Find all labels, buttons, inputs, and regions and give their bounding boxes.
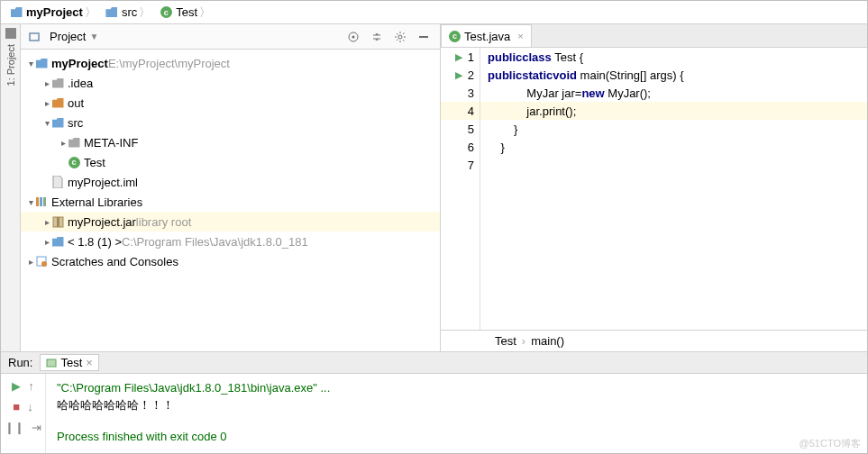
project-toolwindow-label[interactable]: 1: Project [4,42,18,87]
tree-row[interactable]: ▸< 1.8 (1) > C:\Program Files\Java\jdk1.… [21,232,440,251]
left-toolwindow-bar[interactable]: 1: Project [1,24,21,351]
svg-rect-9 [57,217,59,227]
breadcrumb-item[interactable]: myProject〉 [6,4,102,22]
code-line[interactable]: public class Test { [480,48,867,66]
gutter-line[interactable]: ▶1 [441,48,480,66]
gutter-line[interactable]: ▶2 [441,66,480,84]
tree-row[interactable]: ▸out [21,93,440,113]
code-line[interactable]: public static void main(String[] args) { [480,66,867,84]
project-panel-title[interactable]: Project▼ [50,30,98,43]
tree-row[interactable]: ▾myProject E:\myProject\myProject [21,53,440,73]
settings-gear-icon[interactable] [391,31,409,43]
editor-tabs: c Test.java × [441,24,867,48]
gutter-line[interactable]: 6 [441,138,480,156]
code-line[interactable]: } [480,138,867,156]
gutter-line[interactable]: 7 [441,156,480,174]
down-stack-icon[interactable]: ↓ [27,400,33,413]
tree-row[interactable]: ▾src [21,113,440,132]
run-panel: Run: Test × ▶ ↑ ■ ↓ ❙❙ ⇥ "C:\Program Fil… [1,351,867,453]
project-toolwindow-icon[interactable] [5,28,16,39]
breadcrumb-item[interactable]: src〉 [102,4,156,22]
project-panel: Project▼ ▾myProject E:\myProject\myProje… [21,24,441,351]
editor-code-area[interactable]: public class Test { public static void m… [480,48,867,330]
code-line[interactable]: MyJar jar=new MyJar(); [480,84,867,102]
run-config-tab[interactable]: Test × [40,354,98,371]
tree-row[interactable]: ▾External Libraries [21,192,440,212]
watermark-text: @51CTO博客 [799,437,861,450]
run-config-icon [46,358,57,368]
run-panel-header: Run: Test × [1,352,867,374]
console-line: Process finished with exit code 0 [57,430,856,446]
run-toolbar: ▶ ↑ ■ ↓ ❙❙ ⇥ [1,374,46,453]
navigation-breadcrumb: myProject〉src〉cTest〉 [1,1,867,24]
project-scope-icon [28,31,41,43]
svg-point-2 [352,35,355,38]
gutter-line[interactable]: 5 [441,120,480,138]
svg-rect-7 [43,197,46,206]
svg-point-11 [41,261,47,267]
soft-wrap-icon[interactable]: ⇥ [32,421,41,434]
tree-row[interactable]: myProject.iml [21,172,440,192]
console-line: 哈哈哈哈哈哈哈！！！ [57,397,856,413]
editor-body[interactable]: ▶1▶234567 public class Test { public sta… [441,48,867,330]
project-panel-header: Project▼ [21,24,440,50]
run-output[interactable]: "C:\Program Files\Java\jdk1.8.0_181\bin\… [46,374,867,453]
tree-row[interactable]: ▸.idea [21,73,440,93]
editor-breadcrumb[interactable]: Test›main() [441,330,867,351]
close-tab-icon[interactable]: × [517,31,523,41]
breadcrumb-item[interactable]: cTest〉 [156,4,216,22]
svg-rect-6 [40,197,42,206]
svg-rect-5 [36,197,39,206]
editor-gutter[interactable]: ▶1▶234567 [441,48,480,330]
locate-icon[interactable] [344,31,362,43]
collapse-all-icon[interactable] [368,31,386,43]
code-line[interactable]: jar.print(); [480,102,867,120]
code-line[interactable]: } [480,120,867,138]
stop-icon[interactable]: ■ [13,400,20,413]
editor-panel: c Test.java × ▶1▶234567 public class Tes… [441,24,867,351]
tree-row[interactable]: ▸myProject.jar library root [21,212,440,232]
java-class-icon: c [449,31,461,42]
close-run-tab-icon[interactable]: × [86,356,93,369]
project-tree[interactable]: ▾myProject E:\myProject\myProject▸.idea▸… [21,50,440,351]
up-stack-icon[interactable]: ↑ [28,379,34,393]
console-line: "C:\Program Files\Java\jdk1.8.0_181\bin\… [57,381,856,397]
code-line[interactable] [480,156,867,174]
hide-panel-icon[interactable] [415,31,433,43]
tree-row[interactable]: ▸Scratches and Consoles [21,251,440,271]
rerun-icon[interactable]: ▶ [12,379,21,393]
gutter-line[interactable]: 4 [441,102,480,120]
tree-row[interactable]: ▸META-INF [21,132,440,152]
svg-rect-0 [30,33,39,41]
gutter-line[interactable]: 3 [441,84,480,102]
editor-tab-label: Test.java [464,30,510,43]
run-panel-title: Run: [8,356,32,369]
svg-point-3 [398,35,402,39]
svg-rect-12 [47,359,56,367]
console-line [57,413,856,430]
tree-row[interactable]: cTest [21,152,440,172]
editor-tab[interactable]: c Test.java × [441,24,532,47]
pause-icon[interactable]: ❙❙ [5,421,24,434]
